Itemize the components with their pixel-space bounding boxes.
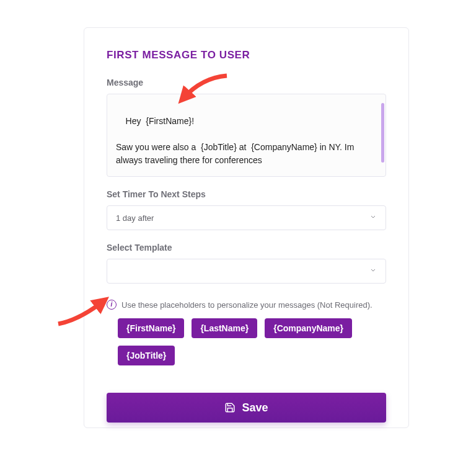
placeholder-chip-firstname[interactable]: {FirstName} [118, 318, 184, 338]
placeholder-chip-companyname[interactable]: {CompanyName} [265, 318, 352, 338]
template-select[interactable] [107, 259, 386, 284]
placeholder-chip-jobtitle[interactable]: {JobTitle} [118, 346, 175, 365]
message-label: Message [107, 78, 386, 87]
timer-value: 1 day after [116, 213, 154, 223]
save-icon [224, 402, 236, 413]
info-icon: i [107, 300, 117, 310]
first-message-card: FIRST MESSAGE TO USER Message Hey {First… [84, 27, 409, 428]
chevron-down-icon [369, 267, 377, 276]
chevron-down-icon [369, 213, 377, 223]
timer-select[interactable]: 1 day after [107, 205, 386, 230]
save-button[interactable]: Save [107, 393, 386, 423]
placeholder-chip-row: {FirstName} {LastName} {CompanyName} {Jo… [107, 318, 386, 365]
hint-text: Use these placeholders to personalize yo… [121, 300, 372, 310]
message-text: Hey {FirstName}! Saw you were also a {Jo… [116, 116, 356, 177]
message-scrollbar[interactable] [381, 103, 384, 163]
save-label: Save [242, 401, 268, 414]
template-label: Select Template [107, 243, 386, 253]
section-title: FIRST MESSAGE TO USER [107, 49, 386, 61]
message-textarea[interactable]: Hey {FirstName}! Saw you were also a {Jo… [107, 94, 386, 177]
timer-label: Set Timer To Next Steps [107, 189, 386, 199]
placeholder-chip-lastname[interactable]: {LastName} [192, 318, 257, 338]
placeholder-hint: i Use these placeholders to personalize … [107, 300, 386, 310]
